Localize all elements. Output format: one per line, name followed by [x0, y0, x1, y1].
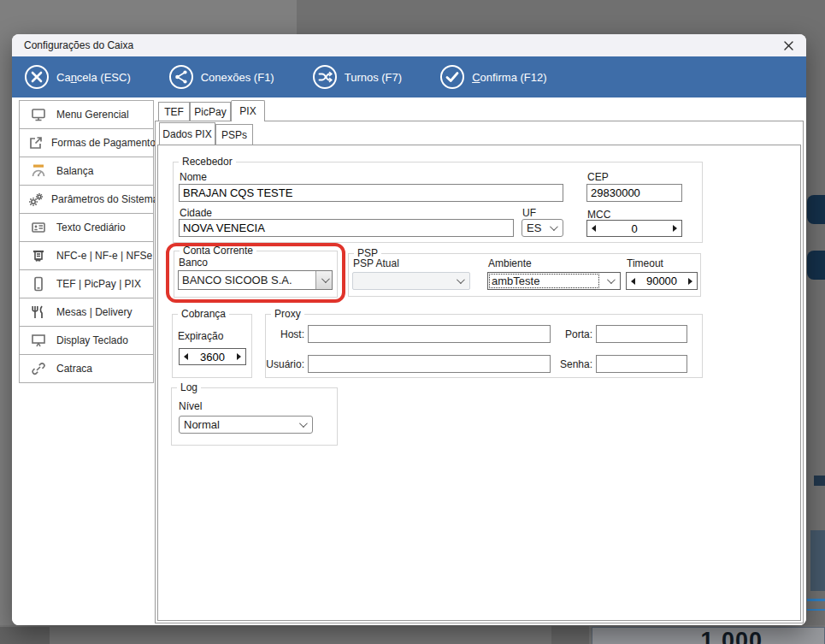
background-logo-fragment	[807, 251, 825, 280]
timeout-stepper[interactable]: 90000	[626, 272, 698, 290]
sidebar-item-display-teclado[interactable]: Display Teclado	[19, 326, 154, 355]
confirm-button[interactable]: Confirma (F12)	[439, 64, 546, 90]
chevron-down-icon	[550, 222, 558, 231]
senha-input[interactable]	[596, 355, 687, 373]
link-icon	[27, 359, 50, 378]
group-title-recebedor: Recebedor	[179, 156, 236, 168]
sidebar-item-catraca[interactable]: Catraca	[19, 354, 154, 383]
nivel-label: Nível	[179, 400, 202, 412]
sidebar-item-nfce-nfe-nfse[interactable]: NFC-e | NF-e | NFSe	[19, 241, 154, 270]
chevron-down-icon	[607, 275, 616, 284]
background-logo-fragment	[807, 195, 825, 224]
tab-page-pix: Dados PIX PSPs Recebedor Nome CEP Cidade…	[155, 121, 804, 623]
nome-input[interactable]	[179, 184, 563, 202]
ambiente-value: ambTeste	[488, 273, 600, 289]
circle-check-icon	[439, 64, 465, 90]
share-nodes-icon	[168, 64, 194, 90]
tab-psps[interactable]: PSPs	[215, 124, 253, 145]
tab-picpay[interactable]: PicPay	[190, 102, 231, 121]
banco-value: BANCO SICOOB S.A.	[179, 271, 315, 289]
expiracao-stepper[interactable]: 3600	[179, 348, 246, 365]
display-board-icon	[27, 331, 50, 350]
ambiente-select[interactable]: ambTeste	[487, 272, 621, 290]
cancel-label: Cancela (ESC)	[56, 71, 131, 84]
usuario-label: Usuário:	[266, 358, 304, 370]
cep-input[interactable]	[586, 184, 682, 202]
tab-pix[interactable]: PIX	[231, 100, 265, 121]
timeout-value: 90000	[635, 275, 688, 287]
usuario-input[interactable]	[308, 355, 551, 373]
group-title-log: Log	[177, 381, 201, 393]
window-title: Configurações do Caixa	[24, 39, 779, 51]
dialog-content: Menu Gerencial Formas de Pagamento Balan…	[12, 97, 806, 625]
expiracao-value: 3600	[188, 351, 237, 363]
background-value-panel: 1.000	[592, 627, 825, 644]
senha-label: Senha:	[555, 358, 592, 370]
expiracao-label: Expiração	[178, 330, 223, 342]
nivel-select[interactable]: Normal	[179, 416, 313, 434]
sidebar-item-tef-picpay-pix[interactable]: TEF | PicPay | PIX	[19, 269, 154, 298]
background-divider-line	[807, 609, 825, 611]
cidade-input[interactable]	[179, 219, 514, 237]
sidebar-item-texto-crediario[interactable]: Texto Crediário	[19, 213, 154, 242]
increment-icon[interactable]	[688, 278, 692, 285]
mcc-stepper[interactable]: 0	[586, 220, 682, 237]
shifts-button[interactable]: Turnos (F7)	[312, 64, 402, 90]
sidebar-item-parametros-do-sistema[interactable]: Parâmetros do Sistema	[19, 185, 154, 214]
background-partial-value: 1.000	[700, 628, 763, 644]
cancel-button[interactable]: Cancela (ESC)	[24, 64, 131, 90]
export-square-icon	[27, 133, 44, 152]
sidebar-item-formas-de-pagamento[interactable]: Formas de Pagamento	[19, 128, 154, 157]
sidebar-item-menu-gerencial[interactable]: Menu Gerencial	[19, 100, 154, 129]
sidebar-item-mesas-delivery[interactable]: Mesas | Delivery	[19, 298, 154, 327]
close-button[interactable]	[779, 38, 798, 53]
mcc-label: MCC	[587, 209, 610, 221]
porta-input[interactable]	[596, 325, 687, 343]
dropdown-button[interactable]	[315, 271, 332, 289]
connections-button[interactable]: Conexões (F1)	[168, 64, 274, 90]
groupbox-conta-corrente: Conta Corrente Banco BANCO SICOOB S.A.	[174, 251, 338, 298]
scale-gauge-icon	[27, 162, 50, 180]
background-square	[551, 626, 589, 644]
tab-tef[interactable]: TEF	[158, 102, 190, 121]
psp-atual-label: PSP Atual	[353, 257, 399, 269]
cep-label: CEP	[587, 171, 609, 183]
monitor-icon	[27, 105, 50, 124]
shifts-label: Turnos (F7)	[345, 71, 402, 84]
uf-value: ES	[527, 222, 541, 234]
groupbox-psp: PSP PSP Atual Ambiente ambTeste Timeout	[348, 253, 701, 297]
background-divider-line	[807, 599, 825, 601]
chevron-down-icon	[321, 275, 329, 283]
banco-select[interactable]: BANCO SICOOB S.A.	[178, 270, 333, 290]
ambiente-label: Ambiente	[488, 257, 532, 269]
increment-icon[interactable]	[237, 353, 241, 360]
background-bottom-left-patch	[0, 627, 50, 644]
uf-select[interactable]: ES	[522, 219, 563, 237]
groupbox-log: Log Nível Normal	[171, 387, 338, 446]
tab-page-dados-pix: Recebedor Nome CEP Cidade UF ES MCC	[157, 145, 801, 621]
host-label: Host:	[266, 328, 304, 340]
toolbar: Cancela (ESC) Conexões (F1) Turnos (F7)	[12, 56, 806, 97]
nivel-value: Normal	[184, 418, 220, 431]
background-fragment	[814, 476, 825, 486]
groupbox-cobranca: Cobrança Expiração 3600	[172, 314, 252, 378]
mcc-value: 0	[596, 222, 673, 235]
chevron-down-icon	[457, 275, 465, 284]
smartphone-icon	[27, 275, 50, 293]
psp-atual-select[interactable]	[352, 272, 470, 290]
banco-label: Banco	[179, 257, 208, 269]
host-input[interactable]	[308, 325, 551, 343]
groupbox-recebedor: Recebedor Nome CEP Cidade UF ES MCC	[173, 162, 703, 243]
sidebar: Menu Gerencial Formas de Pagamento Balan…	[19, 100, 154, 383]
tab-dados-pix[interactable]: Dados PIX	[159, 122, 215, 145]
group-title-cobranca: Cobrança	[178, 308, 229, 320]
connections-label: Conexões (F1)	[201, 71, 274, 84]
group-title-proxy: Proxy	[271, 308, 304, 320]
confirm-label: Confirma (F12)	[472, 71, 546, 84]
porta-label: Porta:	[555, 328, 592, 340]
sidebar-item-balanca[interactable]: Balança	[19, 157, 154, 186]
increment-icon[interactable]	[673, 225, 677, 232]
background-fragment	[810, 530, 825, 591]
cidade-label: Cidade	[180, 207, 212, 219]
title-bar: Configurações do Caixa	[12, 34, 806, 56]
